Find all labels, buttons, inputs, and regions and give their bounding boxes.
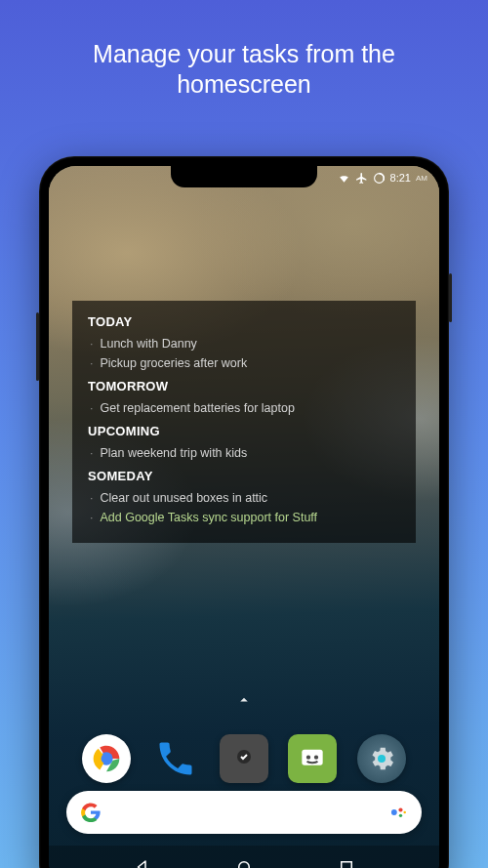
widget-task-item[interactable]: Plan weekend trip with kids xyxy=(88,443,400,463)
hero-line1: Manage your tasks from the xyxy=(93,40,395,67)
app-drawer-handle[interactable] xyxy=(235,691,253,713)
search-bar[interactable] xyxy=(66,791,422,834)
gear-icon xyxy=(367,744,396,773)
nav-bar xyxy=(49,846,439,868)
widget-task-item[interactable]: Add Google Tasks sync support for Stuff xyxy=(88,508,400,527)
messages-icon xyxy=(297,743,328,774)
svg-point-7 xyxy=(314,756,318,760)
airplane-icon xyxy=(355,172,368,185)
widget-task-item[interactable]: Lunch with Danny xyxy=(88,334,400,353)
widget-section-header: TOMORROW xyxy=(88,379,400,393)
nav-recent-icon[interactable] xyxy=(338,858,355,868)
widget-section: SOMEDAYClear out unused boxes in atticAd… xyxy=(88,469,400,527)
status-ampm: AM xyxy=(416,174,427,183)
chrome-icon xyxy=(87,739,126,778)
svg-point-13 xyxy=(239,862,250,868)
tasks-app-icon[interactable] xyxy=(220,734,268,783)
widget-task-item[interactable]: Pickup groceries after work xyxy=(88,353,400,373)
widget-section-header: UPCOMING xyxy=(88,424,400,438)
widget-section: TOMORROWGet replacement batteries for la… xyxy=(88,379,400,418)
svg-point-9 xyxy=(391,809,397,815)
phone-app-icon[interactable] xyxy=(151,734,200,783)
phone-icon xyxy=(154,737,197,780)
widget-section-header: TODAY xyxy=(88,314,400,329)
nav-back-icon[interactable] xyxy=(134,858,151,868)
svg-point-8 xyxy=(378,755,386,763)
settings-app-icon[interactable] xyxy=(357,734,406,783)
status-bar: 8:21 AM xyxy=(338,166,427,189)
svg-point-6 xyxy=(306,756,310,760)
svg-point-11 xyxy=(399,814,402,817)
widget-section: UPCOMINGPlan weekend trip with kids xyxy=(88,424,400,463)
assistant-icon[interactable] xyxy=(388,803,408,822)
phone-frame: 8:21 AM TODAYLunch with DannyPickup groc… xyxy=(39,156,449,868)
hero-text: Manage your tasks from the homescreen xyxy=(0,0,488,120)
messages-app-icon[interactable] xyxy=(288,734,337,783)
widget-section-header: SOMEDAY xyxy=(88,469,400,483)
widget-task-item[interactable]: Get replacement batteries for laptop xyxy=(88,398,400,418)
widget-section: TODAYLunch with DannyPickup groceries af… xyxy=(88,314,400,373)
battery-icon xyxy=(373,172,386,185)
google-logo-icon xyxy=(80,802,102,823)
dock xyxy=(49,734,439,783)
chrome-app-icon[interactable] xyxy=(82,734,131,783)
tasks-widget[interactable]: TODAYLunch with DannyPickup groceries af… xyxy=(72,301,416,543)
status-time: 8:21 xyxy=(390,172,411,184)
hero-line2: homescreen xyxy=(177,70,311,98)
svg-point-10 xyxy=(398,807,402,811)
checkmark-icon xyxy=(232,747,256,770)
chevron-up-icon xyxy=(235,691,253,709)
svg-rect-14 xyxy=(341,862,351,868)
nav-home-icon[interactable] xyxy=(235,858,253,868)
wifi-icon xyxy=(338,172,350,185)
phone-screen: 8:21 AM TODAYLunch with DannyPickup groc… xyxy=(49,166,439,868)
notch xyxy=(171,166,317,187)
svg-point-12 xyxy=(403,811,406,814)
widget-task-item[interactable]: Clear out unused boxes in attic xyxy=(88,488,400,508)
